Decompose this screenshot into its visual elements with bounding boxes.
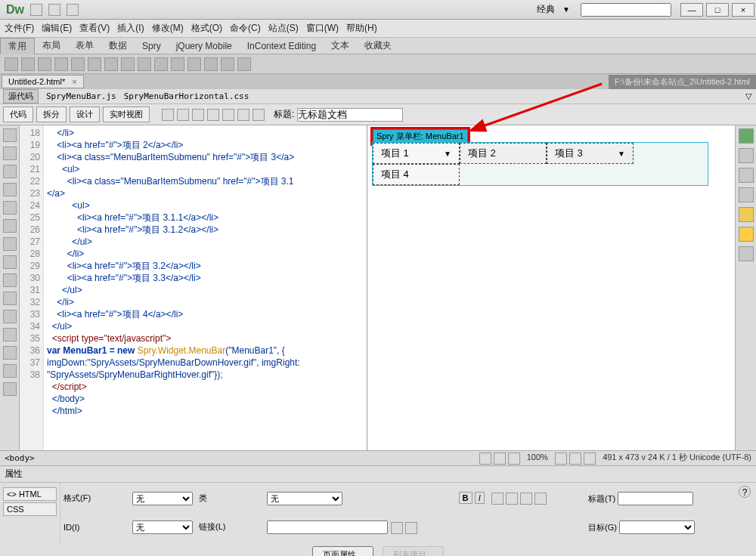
code-tool-icon[interactable]: [3, 310, 17, 323]
page-properties-button[interactable]: 页面属性...: [312, 546, 373, 556]
menu-help[interactable]: 帮助(H): [346, 22, 377, 35]
format-select[interactable]: 无: [132, 492, 193, 505]
code-tool-icon[interactable]: [3, 292, 17, 305]
select-tool-icon[interactable]: [479, 453, 491, 465]
menu-commands[interactable]: 命令(C): [230, 22, 261, 35]
menu-item-2[interactable]: 项目 2: [460, 143, 547, 164]
workspace-arrow-icon[interactable]: ▼: [562, 5, 570, 14]
outdent-icon[interactable]: [520, 493, 532, 505]
tag-selector[interactable]: <body>: [5, 453, 35, 463]
filter-icon[interactable]: ▽: [745, 91, 751, 101]
minimize-button[interactable]: —: [680, 3, 703, 17]
code-tool-icon[interactable]: [3, 183, 17, 196]
design-view-button[interactable]: 设计: [70, 107, 100, 122]
menu-item-1[interactable]: 项目 1▼: [373, 143, 460, 164]
list-ul-icon[interactable]: [491, 493, 503, 505]
toolbar-icon[interactable]: [177, 109, 189, 121]
related-file-js[interactable]: SpryMenuBar.js: [46, 91, 116, 101]
properties-header[interactable]: 属性: [0, 466, 756, 483]
toolbar-icon[interactable]: [192, 109, 204, 121]
insert-icon[interactable]: [38, 57, 51, 71]
spry-menubar[interactable]: 项目 1▼ 项目 2 项目 3▼ 项目 4: [372, 142, 708, 186]
italic-button[interactable]: I: [475, 492, 485, 504]
layout-icon[interactable]: [30, 4, 42, 16]
status-icon[interactable]: [555, 453, 567, 465]
search-input[interactable]: [581, 3, 671, 17]
code-tool-icon[interactable]: [3, 147, 17, 160]
related-file-css[interactable]: SpryMenuBarHorizontal.css: [124, 91, 249, 101]
status-icon[interactable]: [569, 453, 581, 465]
toolbar-icon[interactable]: [253, 109, 265, 121]
insert-icon[interactable]: [104, 57, 118, 71]
tab-layout[interactable]: 布局: [35, 38, 68, 54]
code-view-button[interactable]: 代码: [3, 107, 33, 122]
code-tool-icon[interactable]: [3, 328, 17, 341]
tool-icon-1[interactable]: [48, 4, 60, 16]
insert-icon[interactable]: [138, 57, 151, 71]
insert-icon[interactable]: [5, 57, 18, 71]
css-props-button[interactable]: CSS: [3, 502, 57, 516]
list-ol-icon[interactable]: [506, 493, 518, 505]
tab-jquery[interactable]: jQuery Mobile: [169, 39, 240, 53]
insert-icon[interactable]: [154, 57, 168, 71]
panel-icon[interactable]: [739, 128, 754, 144]
tab-favorites[interactable]: 收藏夹: [357, 38, 399, 54]
code-pane[interactable]: 18 19 20 21 22 23 24 25 26 27 28 29 30 3…: [20, 125, 367, 450]
document-tab-close-icon[interactable]: ×: [72, 77, 76, 86]
html-props-button[interactable]: <> HTML: [3, 487, 57, 501]
submenu-item-4[interactable]: 项目 4: [373, 164, 460, 185]
zoom-level[interactable]: 100%: [527, 453, 548, 462]
toolbar-icon[interactable]: [222, 109, 234, 121]
help-icon[interactable]: ?: [739, 486, 751, 498]
source-code-button[interactable]: 源代码: [3, 89, 39, 103]
insert-icon[interactable]: [21, 57, 35, 71]
status-icon[interactable]: [584, 453, 596, 465]
insert-icon[interactable]: [121, 57, 135, 71]
code-tool-icon[interactable]: [3, 364, 17, 378]
page-title-input[interactable]: [297, 108, 403, 122]
code-tool-icon[interactable]: [3, 255, 17, 269]
insert-icon[interactable]: [187, 57, 201, 71]
zoom-tool-icon[interactable]: [508, 453, 520, 465]
code-tool-icon[interactable]: [3, 346, 17, 360]
code-content[interactable]: </li> <li><a href="#">项目 2</a></li> <li>…: [44, 125, 367, 450]
tab-data[interactable]: 数据: [101, 38, 135, 54]
menu-insert[interactable]: 插入(I): [117, 22, 144, 35]
id-select[interactable]: 无: [132, 520, 193, 534]
toolbar-icon[interactable]: [237, 109, 249, 121]
insert-icon[interactable]: [54, 57, 68, 71]
class-select[interactable]: 无: [267, 492, 342, 505]
split-view-button[interactable]: 拆分: [36, 107, 67, 122]
menu-item-3[interactable]: 项目 3▼: [547, 143, 634, 164]
menu-site[interactable]: 站点(S): [268, 22, 299, 35]
workspace-selector[interactable]: 经典: [537, 3, 555, 16]
panel-icon[interactable]: [739, 246, 754, 261]
target-select[interactable]: [619, 520, 695, 534]
code-tool-icon[interactable]: [3, 165, 17, 178]
panel-icon[interactable]: [739, 207, 754, 222]
title-attr-input[interactable]: [618, 492, 693, 505]
code-tool-icon[interactable]: [3, 128, 17, 142]
close-button[interactable]: ×: [732, 3, 754, 17]
tab-common[interactable]: 常用: [0, 38, 35, 54]
code-tool-icon[interactable]: [3, 382, 17, 396]
document-tab[interactable]: Untitled-2.html* ×: [2, 75, 84, 88]
insert-icon[interactable]: [171, 57, 184, 71]
browse-folder-icon[interactable]: [405, 522, 417, 534]
insert-icon[interactable]: [237, 57, 251, 71]
tab-spry[interactable]: Spry: [135, 39, 169, 53]
insert-icon[interactable]: [88, 57, 101, 71]
live-view-button[interactable]: 实时视图: [103, 107, 150, 122]
bold-button[interactable]: B: [459, 492, 472, 504]
toolbar-icon[interactable]: [162, 109, 174, 121]
code-tool-icon[interactable]: [3, 219, 17, 233]
panel-icon[interactable]: [739, 148, 754, 163]
tool-icon-2[interactable]: [67, 4, 79, 16]
panel-icon[interactable]: [739, 187, 754, 202]
code-tool-icon[interactable]: [3, 273, 17, 287]
insert-icon[interactable]: [71, 57, 85, 71]
hand-tool-icon[interactable]: [494, 453, 506, 465]
menu-modify[interactable]: 修改(M): [152, 22, 184, 35]
maximize-button[interactable]: □: [706, 3, 729, 17]
insert-icon[interactable]: [221, 57, 234, 71]
